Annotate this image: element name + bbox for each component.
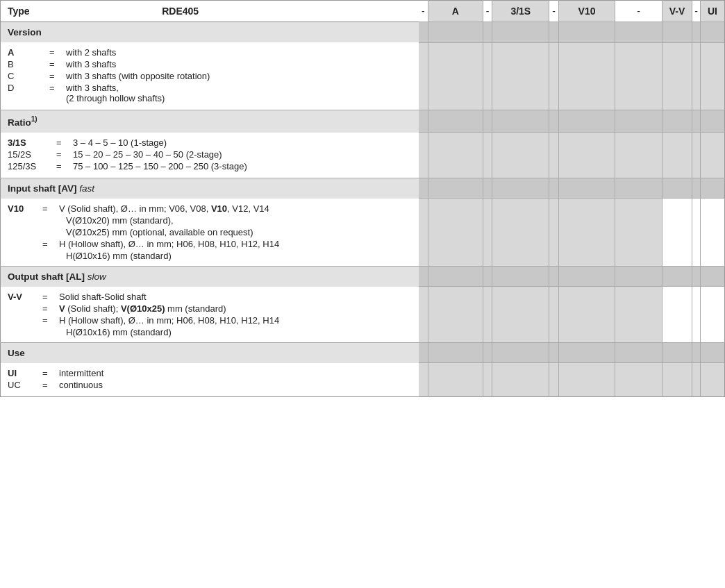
version-sep4-shade [615,22,662,43]
version-c-eq: = [49,71,63,81]
ratio-125-3s-val: 75 – 100 – 125 – 150 – 200 – 250 (3-stag… [73,161,412,171]
version-content-sep3 [549,42,559,110]
use-content-row: UI = intermittent UC = continuous [1,363,725,397]
ratio-15-2s-val: 15 – 20 – 25 – 30 – 40 – 50 (2-stage) [73,149,412,160]
sep5: - [692,1,701,22]
sep1: - [419,1,428,22]
output-solid-val: V (Solid shaft); V(Ø10x25) mm (standard) [59,303,412,314]
version-d: D = with 3 shafts,(2 through hollow shaf… [8,83,412,103]
use-section-header: Use [1,342,725,363]
ratio-125-3s: 125/3S = 75 – 100 – 125 – 150 – 200 – 25… [8,161,412,171]
version-content-col2 [492,42,549,110]
version-content-sep5 [692,42,701,110]
version-a-val: with 2 shafts [66,47,412,58]
version-b: B = with 3 shafts [8,59,412,69]
version-content-col4 [662,42,692,110]
main-table: Type RDE405 - A - 3/1S - V10 - V-V - UI [0,0,725,397]
input-shaft-italic: fast [79,183,94,194]
input-shaft-content: V10 = V (Solid shaft), Ø… in mm; V06, V0… [1,199,419,267]
version-b-val: with 3 shafts [66,59,412,69]
ratio-15-2s: 15/2S = 15 – 20 – 25 – 30 – 40 – 50 (2-s… [8,149,412,160]
output-shaft-content: V-V = Solid shaft-Solid shaft = V (Solid… [1,287,419,343]
input-hollow-val: H (Hollow shaft), Ø… in mm; H06, H08, H1… [59,239,412,249]
version-col2-shade [492,22,549,43]
ratio-15-2s-key: 15/2S [8,149,56,160]
type-text: Type [8,6,30,17]
rde-label: RDE405 [162,6,199,17]
output-vv-eq: = [42,292,56,302]
ratio-3-1s-eq: = [56,137,70,148]
ratio-125-3s-eq: = [56,161,70,171]
input-v10-eq: = [42,203,56,214]
ratio-125-3s-key: 125/3S [8,161,56,171]
version-sep1-shade [419,22,428,43]
use-uc-eq: = [42,380,56,390]
version-header-shade: A [428,1,483,22]
version-content: A = with 2 shafts B = with 3 shafts C = … [1,42,419,110]
input-shaft-section-header: Input shaft [AV] fast [1,178,725,199]
ratio-content: 3/1S = 3 – 4 – 5 – 10 (1-stage) 15/2S = … [1,133,419,178]
version-a: A = with 2 shafts [8,47,412,58]
version-c-key: C [8,71,49,81]
version-d-eq: = [49,83,63,93]
version-content-sep1 [419,42,428,110]
output-hollow-eq: = [42,315,56,326]
use-ui-key: UI [8,368,42,378]
version-d-key: D [8,83,49,93]
output-header-shade: V-V [662,1,692,22]
use-uc-val: continuous [59,380,412,390]
a-header: A [452,6,459,17]
input-hollow: = H (Hollow shaft), Ø… in mm; H06, H08, … [8,239,412,249]
version-content-row: A = with 2 shafts B = with 3 shafts C = … [1,42,725,110]
version-content-col3 [558,42,615,110]
output-vv-key: V-V [8,292,42,302]
version-c: C = with 3 shafts (with opposite rotatio… [8,71,412,81]
ratio-header: 3/1S [510,6,531,17]
use-title: Use [1,342,419,363]
ratio-sup: 1) [31,115,38,123]
sep4: - [615,1,662,22]
output-hollow-standard: H(Ø10x16) mm (standard) [66,327,412,337]
input-hollow-standard: H(Ø10x16) mm (standard) [66,251,412,261]
input-v10-standard: V(Ø10x20) mm (standard), [66,215,412,226]
output-solid: = V (Solid shaft); V(Ø10x25) mm (standar… [8,303,412,314]
output-shaft-section-header: Output shaft [AL] slow [1,266,725,287]
version-sep5-shade [692,22,701,43]
version-content-sep4 [615,42,662,110]
version-section-header: Version [1,22,725,43]
header-row: Type RDE405 - A - 3/1S - V10 - V-V - UI [1,1,725,22]
input-header: V10 [578,6,596,17]
ratio-header-shade: 3/1S [492,1,549,22]
ratio-3-1s: 3/1S = 3 – 4 – 5 – 10 (1-stage) [8,137,412,148]
input-v10-optional: V(Ø10x25) mm (optional, available on req… [66,227,412,237]
version-a-eq: = [49,47,63,58]
use-content: UI = intermittent UC = continuous [1,363,419,397]
ratio-3-1s-val: 3 – 4 – 5 – 10 (1-stage) [73,137,412,148]
use-ui-val: intermittent [59,368,412,378]
input-v10-solid-val: V (Solid shaft), Ø… in mm; V06, V08, V10… [59,203,412,214]
output-solid-eq: = [42,303,56,314]
output-vv: V-V = Solid shaft-Solid shaft [8,292,412,302]
input-v10-key: V10 [8,203,42,214]
output-shaft-italic: slow [88,271,106,282]
version-c-val: with 3 shafts (with opposite rotation) [66,71,412,81]
sep3: - [549,1,559,22]
version-b-key: B [8,59,49,69]
version-col5-shade [701,22,725,43]
version-col3-shade [558,22,615,43]
use-uc: UC = continuous [8,380,412,390]
ratio-15-2s-eq: = [56,149,70,160]
output-hollow: = H (Hollow shaft), Ø… in mm; H06, H08, … [8,315,412,326]
version-b-eq: = [49,59,63,69]
input-header-shade: V10 [558,1,615,22]
ratio-section-header: Ratio1) [1,110,725,133]
input-v10-solid: V10 = V (Solid shaft), Ø… in mm; V06, V0… [8,203,412,214]
use-ui: UI = intermittent [8,368,412,378]
output-hollow-spacer [8,315,42,326]
type-label: Type RDE405 [1,1,419,22]
output-shaft-content-row: V-V = Solid shaft-Solid shaft = V (Solid… [1,287,725,343]
version-d-val: with 3 shafts,(2 through hollow shafts) [66,83,412,103]
sep2: - [483,1,492,22]
version-content-sep2 [483,42,492,110]
version-content-col5 [701,42,725,110]
